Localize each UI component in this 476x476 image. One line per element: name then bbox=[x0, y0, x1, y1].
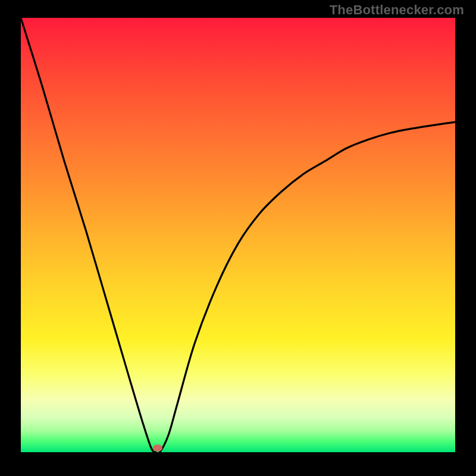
plot-area bbox=[21, 18, 455, 452]
optimum-marker bbox=[153, 444, 162, 452]
watermark-text: TheBottlenecker.com bbox=[330, 2, 464, 18]
curve-path bbox=[21, 18, 455, 452]
chart-frame: TheBottlenecker.com bbox=[0, 0, 476, 476]
bottleneck-curve bbox=[21, 18, 455, 452]
